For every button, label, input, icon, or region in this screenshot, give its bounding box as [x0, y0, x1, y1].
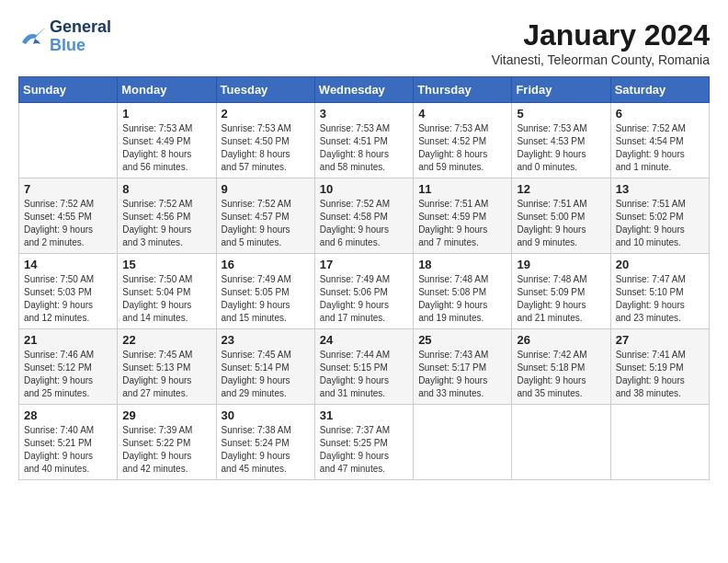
- calendar-day: 16Sunrise: 7:49 AM Sunset: 5:05 PM Dayli…: [216, 254, 314, 329]
- day-number: 14: [24, 258, 112, 271]
- day-info: Sunrise: 7:53 AM Sunset: 4:49 PM Dayligh…: [122, 122, 210, 174]
- calendar-day: 9Sunrise: 7:52 AM Sunset: 4:57 PM Daylig…: [216, 178, 314, 254]
- day-number: 7: [24, 182, 112, 196]
- calendar-header-sunday: Sunday: [19, 77, 118, 103]
- day-info: Sunrise: 7:52 AM Sunset: 4:55 PM Dayligh…: [24, 198, 112, 249]
- day-info: Sunrise: 7:50 AM Sunset: 5:04 PM Dayligh…: [122, 273, 210, 325]
- logo: GeneralBlue: [18, 18, 111, 55]
- day-number: 28: [24, 408, 112, 422]
- calendar-day: 29Sunrise: 7:39 AM Sunset: 5:22 PM Dayli…: [118, 405, 216, 480]
- calendar-day: 6Sunrise: 7:52 AM Sunset: 4:54 PM Daylig…: [610, 103, 709, 178]
- day-info: Sunrise: 7:45 AM Sunset: 5:14 PM Dayligh…: [222, 349, 310, 400]
- calendar-day: 30Sunrise: 7:38 AM Sunset: 5:24 PM Dayli…: [216, 405, 314, 480]
- day-number: 11: [418, 182, 506, 196]
- day-number: 19: [517, 258, 605, 271]
- calendar-day: 2Sunrise: 7:53 AM Sunset: 4:50 PM Daylig…: [216, 103, 314, 178]
- title-block: January 2024 Vitanesti, Teleorman County…: [492, 18, 710, 67]
- day-number: 29: [122, 408, 210, 422]
- calendar-day: [414, 405, 512, 480]
- day-number: 15: [122, 258, 210, 271]
- calendar-day: 18Sunrise: 7:48 AM Sunset: 5:08 PM Dayli…: [414, 254, 512, 329]
- day-info: Sunrise: 7:52 AM Sunset: 4:56 PM Dayligh…: [122, 198, 210, 249]
- month-title: January 2024: [492, 18, 710, 52]
- day-number: 5: [517, 107, 605, 121]
- calendar-day: 1Sunrise: 7:53 AM Sunset: 4:49 PM Daylig…: [118, 103, 216, 178]
- day-number: 18: [418, 258, 506, 271]
- calendar-day: 20Sunrise: 7:47 AM Sunset: 5:10 PM Dayli…: [610, 254, 709, 329]
- day-number: 21: [24, 333, 112, 347]
- calendar-day: 8Sunrise: 7:52 AM Sunset: 4:56 PM Daylig…: [118, 178, 216, 254]
- day-number: 6: [616, 107, 704, 121]
- day-info: Sunrise: 7:51 AM Sunset: 4:59 PM Dayligh…: [418, 198, 506, 249]
- day-info: Sunrise: 7:49 AM Sunset: 5:06 PM Dayligh…: [320, 273, 408, 325]
- calendar-day: 5Sunrise: 7:53 AM Sunset: 4:53 PM Daylig…: [512, 103, 610, 178]
- day-info: Sunrise: 7:51 AM Sunset: 5:02 PM Dayligh…: [616, 198, 704, 249]
- calendar-day: 24Sunrise: 7:44 AM Sunset: 5:15 PM Dayli…: [314, 329, 413, 405]
- day-number: 1: [122, 107, 210, 121]
- day-info: Sunrise: 7:50 AM Sunset: 5:03 PM Dayligh…: [24, 273, 112, 325]
- calendar-day: 14Sunrise: 7:50 AM Sunset: 5:03 PM Dayli…: [19, 254, 118, 329]
- day-info: Sunrise: 7:37 AM Sunset: 5:25 PM Dayligh…: [320, 424, 408, 476]
- calendar-week-3: 14Sunrise: 7:50 AM Sunset: 5:03 PM Dayli…: [19, 254, 710, 329]
- day-info: Sunrise: 7:49 AM Sunset: 5:05 PM Dayligh…: [222, 273, 310, 325]
- day-info: Sunrise: 7:44 AM Sunset: 5:15 PM Dayligh…: [320, 349, 408, 400]
- calendar-day: 3Sunrise: 7:53 AM Sunset: 4:51 PM Daylig…: [314, 103, 413, 178]
- day-info: Sunrise: 7:53 AM Sunset: 4:53 PM Dayligh…: [517, 122, 605, 174]
- calendar-header-saturday: Saturday: [610, 77, 709, 103]
- calendar-header-row: SundayMondayTuesdayWednesdayThursdayFrid…: [19, 77, 710, 103]
- day-info: Sunrise: 7:48 AM Sunset: 5:08 PM Dayligh…: [418, 273, 506, 325]
- day-info: Sunrise: 7:40 AM Sunset: 5:21 PM Dayligh…: [24, 424, 112, 476]
- calendar-day: 7Sunrise: 7:52 AM Sunset: 4:55 PM Daylig…: [19, 178, 118, 254]
- day-info: Sunrise: 7:52 AM Sunset: 4:57 PM Dayligh…: [222, 198, 310, 249]
- calendar-header-thursday: Thursday: [414, 77, 512, 103]
- day-number: 13: [616, 182, 704, 196]
- day-number: 30: [222, 408, 310, 422]
- logo-name: GeneralBlue: [50, 18, 111, 55]
- day-info: Sunrise: 7:47 AM Sunset: 5:10 PM Dayligh…: [616, 273, 704, 325]
- day-number: 10: [320, 182, 408, 196]
- calendar-day: 23Sunrise: 7:45 AM Sunset: 5:14 PM Dayli…: [216, 329, 314, 405]
- calendar-header-tuesday: Tuesday: [216, 77, 314, 103]
- day-number: 17: [320, 258, 408, 271]
- calendar-day: 28Sunrise: 7:40 AM Sunset: 5:21 PM Dayli…: [19, 405, 118, 480]
- day-info: Sunrise: 7:41 AM Sunset: 5:19 PM Dayligh…: [616, 349, 704, 400]
- calendar-day: 19Sunrise: 7:48 AM Sunset: 5:09 PM Dayli…: [512, 254, 610, 329]
- calendar-header-monday: Monday: [118, 77, 216, 103]
- calendar-day: [19, 103, 118, 178]
- calendar-day: 31Sunrise: 7:37 AM Sunset: 5:25 PM Dayli…: [314, 405, 413, 480]
- day-number: 31: [320, 408, 408, 422]
- calendar-table: SundayMondayTuesdayWednesdayThursdayFrid…: [18, 76, 710, 480]
- day-info: Sunrise: 7:39 AM Sunset: 5:22 PM Dayligh…: [122, 424, 210, 476]
- day-info: Sunrise: 7:52 AM Sunset: 4:58 PM Dayligh…: [320, 198, 408, 249]
- day-info: Sunrise: 7:53 AM Sunset: 4:51 PM Dayligh…: [320, 122, 408, 174]
- calendar-header-friday: Friday: [512, 77, 610, 103]
- day-number: 20: [616, 258, 704, 271]
- day-number: 3: [320, 107, 408, 121]
- calendar-week-4: 21Sunrise: 7:46 AM Sunset: 5:12 PM Dayli…: [19, 329, 710, 405]
- day-number: 2: [222, 107, 310, 121]
- day-number: 12: [517, 182, 605, 196]
- calendar-day: 25Sunrise: 7:43 AM Sunset: 5:17 PM Dayli…: [414, 329, 512, 405]
- location-subtitle: Vitanesti, Teleorman County, Romania: [492, 52, 710, 67]
- calendar-day: 21Sunrise: 7:46 AM Sunset: 5:12 PM Dayli…: [19, 329, 118, 405]
- day-info: Sunrise: 7:52 AM Sunset: 4:54 PM Dayligh…: [616, 122, 704, 174]
- day-number: 9: [222, 182, 310, 196]
- calendar-day: 12Sunrise: 7:51 AM Sunset: 5:00 PM Dayli…: [512, 178, 610, 254]
- day-info: Sunrise: 7:43 AM Sunset: 5:17 PM Dayligh…: [418, 349, 506, 400]
- calendar-day: [512, 405, 610, 480]
- day-number: 22: [122, 333, 210, 347]
- calendar-day: [610, 405, 709, 480]
- day-number: 27: [616, 333, 704, 347]
- day-number: 26: [517, 333, 605, 347]
- day-number: 23: [222, 333, 310, 347]
- day-info: Sunrise: 7:48 AM Sunset: 5:09 PM Dayligh…: [517, 273, 605, 325]
- day-number: 8: [122, 182, 210, 196]
- page-header: GeneralBlue January 2024 Vitanesti, Tele…: [18, 18, 710, 67]
- day-info: Sunrise: 7:42 AM Sunset: 5:18 PM Dayligh…: [517, 349, 605, 400]
- calendar-day: 15Sunrise: 7:50 AM Sunset: 5:04 PM Dayli…: [118, 254, 216, 329]
- calendar-day: 27Sunrise: 7:41 AM Sunset: 5:19 PM Dayli…: [610, 329, 709, 405]
- day-info: Sunrise: 7:45 AM Sunset: 5:13 PM Dayligh…: [122, 349, 210, 400]
- calendar-day: 17Sunrise: 7:49 AM Sunset: 5:06 PM Dayli…: [314, 254, 413, 329]
- calendar-header-wednesday: Wednesday: [314, 77, 413, 103]
- calendar-week-1: 1Sunrise: 7:53 AM Sunset: 4:49 PM Daylig…: [19, 103, 710, 178]
